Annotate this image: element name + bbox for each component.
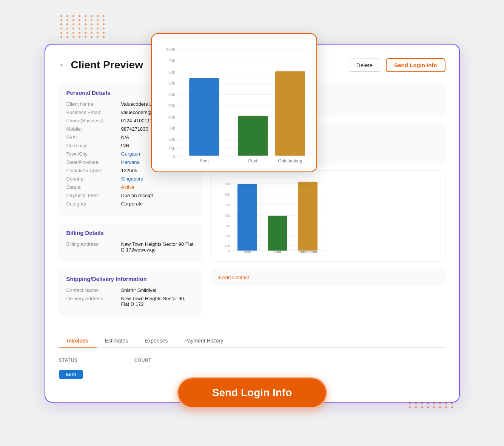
page-title: Client Preview <box>71 59 143 71</box>
detail-row: Billing Address:New Town Heights Sector … <box>66 241 195 253</box>
svg-rect-43 <box>237 184 257 251</box>
svg-text:10k: 10k <box>168 146 175 151</box>
svg-text:0: 0 <box>228 249 230 253</box>
send-login-big-button[interactable]: Send Login Info <box>177 377 327 408</box>
tab-expenses[interactable]: Expenses <box>136 334 176 348</box>
shipping-details-block: Shipping/Delivery Information Contact Na… <box>59 269 202 316</box>
detail-value: New Town Heights Sector 90 Flat D 172wew… <box>121 241 195 253</box>
detail-row: Payment Term:Due on receipt <box>66 193 195 198</box>
detail-label: Billing Address: <box>66 241 121 253</box>
svg-text:10k: 10k <box>224 244 230 248</box>
small-chart-svg: 70k 60k 50k 40k 30k 20k 10k 0 <box>219 177 324 253</box>
svg-text:Outstanding: Outstanding <box>298 250 317 253</box>
svg-text:20k: 20k <box>224 234 230 238</box>
svg-text:Paid: Paid <box>248 158 257 164</box>
detail-label: Contact Name: <box>66 287 121 293</box>
detail-value: Haryana <box>121 159 140 165</box>
detail-value: Singapore <box>121 176 143 182</box>
detail-row: Contact Name:Shishir Ghildiyal <box>66 287 195 293</box>
detail-label: Client Name: <box>66 101 121 107</box>
billing-details-block: Billing Details Billing Address:New Town… <box>59 223 202 262</box>
detail-value: Shishir Ghildiyal <box>121 287 156 293</box>
tab-estimates[interactable]: Estimates <box>97 334 136 348</box>
detail-row: Status:Active <box>66 184 195 190</box>
delete-button[interactable]: Delete <box>348 59 381 72</box>
svg-rect-23 <box>275 71 305 156</box>
svg-text:30k: 30k <box>224 224 230 228</box>
svg-text:Sent: Sent <box>244 250 251 253</box>
detail-value: New Town Heights Sector 90, Flat D 172 <box>121 296 195 307</box>
detail-label: Delivery Address <box>66 296 121 307</box>
svg-rect-22 <box>237 116 267 156</box>
svg-rect-21 <box>189 78 219 156</box>
decorative-dots-top: (function(){ var c = document.currentScr… <box>60 15 106 38</box>
svg-text:70k: 70k <box>168 81 175 85</box>
detail-label: Postal/Zip Code: <box>66 168 121 173</box>
tab-invoices[interactable]: Invoices <box>59 334 97 348</box>
svg-text:70k: 70k <box>224 182 230 186</box>
tabs-row: InvoicesEstimatesExpensesPayment History <box>59 334 445 348</box>
sent-badge: Sent <box>59 370 83 379</box>
detail-value: 122505 <box>121 168 137 173</box>
detail-value: Due on receipt <box>121 193 153 198</box>
col-status-header: STATUS <box>59 358 134 363</box>
svg-rect-45 <box>298 182 318 251</box>
main-card: 100k 90k 80k 70k 60k 50k 40k 30k 20k 10k… <box>45 44 460 403</box>
detail-value: Active <box>121 184 134 190</box>
col-count-header: COUNT <box>134 358 445 363</box>
detail-label: Currency: <box>66 143 121 148</box>
detail-label: Country: <box>66 176 121 182</box>
detail-label: Business Email: <box>66 110 121 115</box>
contacts-section: + Add Contact <box>211 269 445 286</box>
svg-text:30k: 30k <box>168 126 175 130</box>
svg-text:40k: 40k <box>224 214 230 218</box>
detail-label: Status: <box>66 184 121 190</box>
detail-row: Country:Singapore <box>66 176 195 182</box>
svg-text:Sent: Sent <box>199 158 209 164</box>
svg-text:0: 0 <box>173 154 175 158</box>
detail-label: Phone(Business): <box>66 118 121 123</box>
detail-label: Mobile: <box>66 126 121 132</box>
svg-text:60k: 60k <box>168 92 175 97</box>
svg-text:100k: 100k <box>166 47 175 52</box>
billing-details-rows: Billing Address:New Town Heights Sector … <box>66 241 195 253</box>
svg-text:50k: 50k <box>224 203 230 207</box>
chart-overlay: 100k 90k 80k 70k 60k 50k 40k 30k 20k 10k… <box>151 33 317 172</box>
detail-row: Category:Corporate <box>66 201 195 207</box>
status-cell: Sent <box>59 371 134 378</box>
svg-text:Outstanding: Outstanding <box>278 158 302 164</box>
svg-rect-44 <box>268 216 287 251</box>
svg-text:20k: 20k <box>168 137 175 142</box>
detail-value: Gurgaon <box>121 151 140 157</box>
detail-value: Corporate <box>121 201 143 207</box>
shipping-details-rows: Contact Name:Shishir GhildiyalDelivery A… <box>66 287 195 307</box>
detail-value: 0124-4100111 <box>121 118 153 123</box>
detail-row: Delivery AddressNew Town Heights Sector … <box>66 296 195 307</box>
detail-label: Town/City: <box>66 151 121 157</box>
detail-label: State/Province: <box>66 159 121 165</box>
svg-text:60k: 60k <box>224 193 230 196</box>
small-chart-card: 70k 60k 50k 40k 30k 20k 10k 0 <box>211 170 445 262</box>
svg-text:90k: 90k <box>168 59 175 63</box>
svg-text:80k: 80k <box>168 69 175 74</box>
header-actions: Delete Send Login Info <box>348 58 445 72</box>
svg-text:Paid: Paid <box>274 250 281 253</box>
back-title: ← Client Preview <box>59 59 143 71</box>
detail-label: FAX: <box>66 134 121 140</box>
detail-label: Category: <box>66 201 121 207</box>
send-login-header-button[interactable]: Send Login Info <box>386 58 445 72</box>
detail-value: 9874271830 <box>121 126 148 132</box>
detail-value: N/A <box>121 134 129 140</box>
detail-label: Payment Term: <box>66 193 121 198</box>
svg-text:40k: 40k <box>168 114 175 119</box>
billing-details-title: Billing Details <box>66 230 195 236</box>
tab-payment-history[interactable]: Payment History <box>176 334 231 348</box>
detail-value: INR <box>121 143 129 148</box>
back-arrow-icon[interactable]: ← <box>59 60 67 70</box>
svg-text:50k: 50k <box>168 103 175 108</box>
add-contact-link[interactable]: + Add Contact <box>218 275 439 280</box>
chart-overlay-svg: 100k 90k 80k 70k 60k 50k 40k 30k 20k 10k… <box>159 43 309 164</box>
shipping-details-title: Shipping/Delivery Information <box>66 276 195 282</box>
table-header: STATUS COUNT <box>59 355 445 366</box>
